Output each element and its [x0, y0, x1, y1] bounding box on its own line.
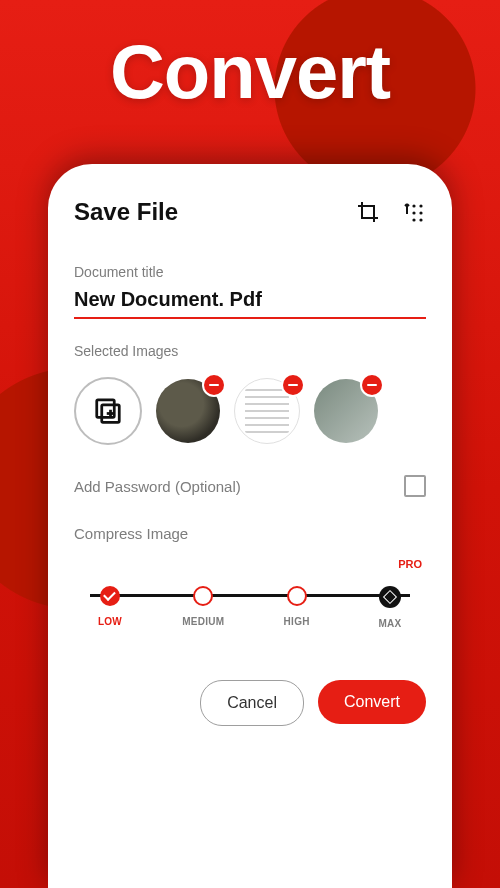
slider-dot-icon — [193, 586, 213, 606]
selected-images-row — [74, 377, 426, 445]
svg-point-5 — [419, 218, 422, 221]
crop-icon[interactable] — [356, 200, 380, 224]
add-image-button[interactable] — [74, 377, 142, 445]
svg-point-0 — [412, 204, 415, 207]
compress-image-label: Compress Image — [74, 525, 426, 542]
hero-title: Convert — [0, 0, 500, 115]
top-bar: Save File — [74, 198, 426, 226]
remove-image-icon[interactable] — [283, 375, 303, 395]
compress-slider: PRO LOW MEDIUM HIGH MAX — [80, 586, 420, 646]
svg-point-1 — [419, 204, 422, 207]
cancel-button[interactable]: Cancel — [200, 680, 304, 726]
reorder-icon[interactable] — [402, 200, 426, 224]
add-password-label: Add Password (Optional) — [74, 478, 241, 495]
remove-image-icon[interactable] — [362, 375, 382, 395]
selected-images-label: Selected Images — [74, 343, 426, 359]
image-thumbnail[interactable] — [234, 378, 300, 444]
app-promo-background: Convert Save File — [0, 0, 500, 888]
remove-image-icon[interactable] — [204, 375, 224, 395]
image-thumbnail[interactable] — [156, 379, 220, 443]
compress-option-label: LOW — [98, 616, 122, 627]
slider-dot-pro-icon — [379, 586, 401, 608]
add-password-row: Add Password (Optional) — [74, 475, 426, 497]
svg-point-3 — [419, 211, 422, 214]
svg-point-4 — [412, 218, 415, 221]
compress-option-label: MAX — [378, 618, 401, 629]
add-password-checkbox[interactable] — [404, 475, 426, 497]
slider-dot-selected-icon — [100, 586, 120, 606]
page-title: Save File — [74, 198, 178, 226]
compress-option-medium[interactable]: MEDIUM — [173, 586, 233, 627]
compress-option-high[interactable]: HIGH — [267, 586, 327, 627]
top-bar-actions — [356, 200, 426, 224]
document-title-input[interactable]: New Document. Pdf — [74, 288, 426, 319]
compress-option-label: HIGH — [284, 616, 310, 627]
image-thumbnail[interactable] — [314, 379, 378, 443]
compress-option-low[interactable]: LOW — [80, 586, 140, 627]
slider-dot-icon — [287, 586, 307, 606]
compress-option-max[interactable]: MAX — [360, 586, 420, 629]
document-title-label: Document title — [74, 264, 426, 280]
dialog-actions: Cancel Convert — [74, 680, 426, 726]
svg-point-2 — [412, 211, 415, 214]
compress-option-label: MEDIUM — [182, 616, 224, 627]
pro-badge: PRO — [398, 558, 422, 570]
convert-button[interactable]: Convert — [318, 680, 426, 724]
phone-frame: Save File Docume — [48, 164, 452, 888]
